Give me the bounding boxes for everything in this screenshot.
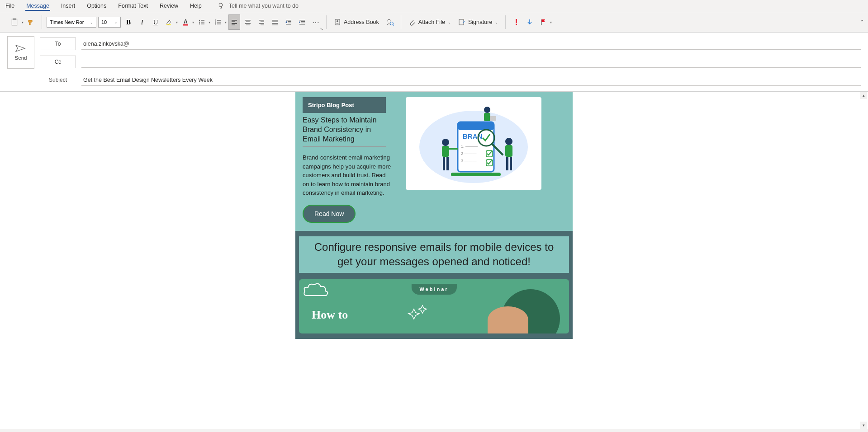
article-illustration: BRAN 1. ——— 2 ——— 3 ——— xyxy=(406,97,541,190)
address-book-icon xyxy=(334,19,341,26)
chevron-down-icon[interactable]: ▾ xyxy=(176,20,178,24)
bold-button[interactable]: B xyxy=(123,14,134,30)
signature-button[interactable]: Signature ⌄ xyxy=(455,14,501,30)
svg-rect-4 xyxy=(166,24,171,25)
chevron-down-icon[interactable]: ▾ xyxy=(192,20,194,24)
svg-rect-35 xyxy=(286,20,291,20)
svg-rect-48 xyxy=(541,19,542,25)
menu-message[interactable]: Message xyxy=(25,1,50,11)
bullets-icon xyxy=(198,19,205,26)
decrease-indent-icon xyxy=(285,19,292,26)
chevron-down-icon: ⌄ xyxy=(495,20,498,24)
increase-indent-button[interactable] xyxy=(296,14,308,30)
article-card: Stripo Blog Post Easy Steps to Maintain … xyxy=(295,92,573,231)
svg-rect-51 xyxy=(458,122,494,130)
svg-rect-60 xyxy=(442,146,449,157)
scroll-down-button[interactable]: ▾ xyxy=(860,422,867,429)
format-dialog-launcher[interactable]: ↘ xyxy=(320,27,323,31)
subject-input[interactable] xyxy=(81,74,861,86)
menu-insert[interactable]: Insert xyxy=(60,1,76,11)
svg-rect-16 xyxy=(217,22,221,22)
cc-button[interactable]: Cc xyxy=(40,56,76,68)
check-names-button[interactable] xyxy=(384,14,396,30)
svg-text:A: A xyxy=(184,19,188,25)
font-name-select[interactable]: Times New Ror ⌄ xyxy=(47,17,96,28)
align-left-button[interactable] xyxy=(228,14,240,30)
menu-review[interactable]: Review xyxy=(159,1,179,11)
svg-rect-42 xyxy=(299,24,305,24)
paste-button[interactable] xyxy=(8,14,21,30)
align-center-button[interactable] xyxy=(242,14,254,30)
send-icon xyxy=(15,44,27,52)
underline-button[interactable]: U xyxy=(150,14,161,30)
svg-point-44 xyxy=(337,20,338,22)
format-painter-button[interactable] xyxy=(25,14,37,30)
to-button[interactable]: To xyxy=(40,38,76,50)
scrollbar[interactable]: ▴ ▾ xyxy=(860,92,867,429)
svg-rect-25 xyxy=(245,23,251,24)
svg-rect-36 xyxy=(288,21,291,22)
attach-file-button[interactable]: Attach File ⌄ xyxy=(406,14,454,30)
align-justify-button[interactable] xyxy=(269,14,281,30)
font-size-select[interactable]: 10 ⌄ xyxy=(98,17,121,28)
svg-rect-12 xyxy=(201,23,204,24)
highlight-icon xyxy=(166,19,173,26)
scroll-up-button[interactable]: ▴ xyxy=(860,92,867,99)
bullets-button[interactable] xyxy=(196,14,208,30)
svg-rect-47 xyxy=(459,19,464,25)
menu-format-text[interactable]: Format Text xyxy=(117,1,149,11)
webinar-badge: Webinar xyxy=(411,284,456,295)
svg-text:3: 3 xyxy=(215,23,216,25)
compose-header: Send To Cc Subject xyxy=(0,33,868,92)
chevron-down-icon[interactable]: ▾ xyxy=(550,20,552,24)
flag-icon xyxy=(540,19,547,26)
paste-dropdown-icon[interactable]: ▾ xyxy=(22,20,24,24)
svg-rect-2 xyxy=(12,19,17,25)
menu-help[interactable]: Help xyxy=(189,1,203,11)
svg-rect-1 xyxy=(220,7,221,8)
cc-input[interactable] xyxy=(81,56,861,68)
font-color-button[interactable]: A xyxy=(180,14,191,30)
follow-up-button[interactable] xyxy=(537,14,549,30)
svg-rect-39 xyxy=(299,20,305,20)
send-button[interactable]: Send xyxy=(7,36,34,69)
stars-doodle-icon xyxy=(408,304,430,326)
svg-rect-29 xyxy=(259,23,264,24)
chevron-down-icon: ⌄ xyxy=(448,20,451,24)
svg-rect-26 xyxy=(246,25,250,26)
section-responsive: Configure responsive emails for mobile d… xyxy=(295,231,573,339)
svg-rect-28 xyxy=(261,22,264,23)
menu-options[interactable]: Options xyxy=(86,1,107,11)
check-names-icon xyxy=(386,18,394,26)
svg-point-45 xyxy=(388,19,390,22)
to-input[interactable] xyxy=(81,38,861,50)
svg-rect-31 xyxy=(272,20,278,21)
svg-text:3 ———: 3 ——— xyxy=(461,159,477,163)
svg-rect-10 xyxy=(201,22,204,22)
collapse-ribbon-button[interactable]: ⌃ xyxy=(860,19,864,25)
align-right-button[interactable] xyxy=(256,14,267,30)
address-book-button[interactable]: Address Book xyxy=(331,14,382,30)
article-body: Brand-consistent email marketing campaig… xyxy=(303,153,393,197)
high-importance-button[interactable]: ! xyxy=(510,14,522,30)
webinar-presenter xyxy=(488,306,528,333)
svg-point-7 xyxy=(199,20,200,21)
low-importance-button[interactable] xyxy=(524,14,536,30)
font-color-icon: A xyxy=(182,19,189,26)
chevron-down-icon[interactable]: ▾ xyxy=(225,20,227,24)
svg-rect-68 xyxy=(505,145,512,157)
svg-rect-41 xyxy=(301,23,305,23)
decrease-indent-button[interactable] xyxy=(283,14,294,30)
menu-bar: File Message Insert Options Format Text … xyxy=(0,0,868,12)
italic-button[interactable]: I xyxy=(136,14,148,30)
email-body[interactable]: Stripo Blog Post Easy Steps to Maintain … xyxy=(0,92,868,429)
highlight-button[interactable] xyxy=(163,14,175,30)
numbering-button[interactable]: 123 xyxy=(212,14,224,30)
svg-rect-32 xyxy=(272,22,278,23)
menu-file[interactable]: File xyxy=(5,1,15,11)
chevron-down-icon[interactable]: ▾ xyxy=(209,20,210,24)
svg-rect-34 xyxy=(272,25,278,26)
tell-me-search[interactable]: Tell me what you want to do xyxy=(217,2,299,9)
read-now-button[interactable]: Read Now xyxy=(303,205,356,223)
svg-rect-27 xyxy=(259,20,264,21)
